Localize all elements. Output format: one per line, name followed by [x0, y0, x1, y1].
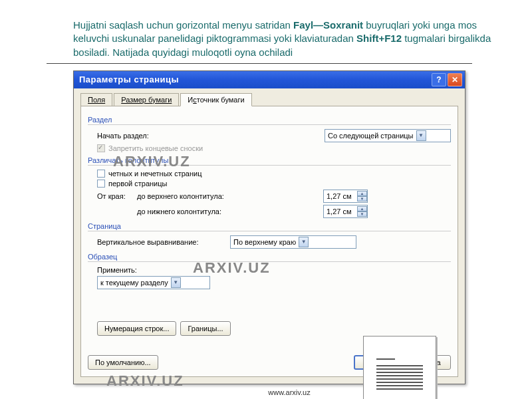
- close-button[interactable]: ✕: [448, 73, 462, 86]
- vertical-align-label: Вертикальное выравнивание:: [97, 238, 230, 246]
- intro-text: Hujjatni saqlash uchun gorizontal menyu …: [73, 19, 505, 59]
- first-page-checkbox[interactable]: [97, 180, 105, 188]
- divider: [47, 63, 472, 64]
- header-distance-spinner[interactable]: 1,27 см ▲▼: [323, 190, 368, 203]
- from-edge-label: От края:: [97, 192, 137, 200]
- group-section: Раздел: [88, 116, 451, 125]
- odd-even-checkbox[interactable]: [97, 170, 105, 178]
- apply-to-value: к текущему разделу: [100, 279, 168, 287]
- suppress-endnotes-label: Запретить концевые сноски: [108, 144, 203, 152]
- start-section-value: Со следующей страницы: [328, 132, 414, 140]
- page-setup-dialog: Параметры страницы ? ✕ Поля Размер бумаг…: [73, 70, 466, 384]
- borders-button[interactable]: Границы...: [180, 321, 230, 336]
- footer-distance-spinner[interactable]: 1,27 см ▲▼: [323, 205, 368, 218]
- first-page-label: первой страницы: [108, 180, 167, 188]
- spin-down-icon[interactable]: ▼: [357, 196, 367, 201]
- dialog-title: Параметры страницы: [79, 74, 430, 84]
- start-section-select[interactable]: Со следующей страницы ▼: [325, 129, 451, 142]
- default-button[interactable]: По умолчанию...: [88, 355, 158, 370]
- chevron-down-icon: ▼: [299, 237, 309, 247]
- help-button[interactable]: ?: [432, 73, 446, 86]
- page-preview: [363, 336, 436, 399]
- group-page: Страница: [88, 222, 451, 231]
- vertical-align-value: По верхнему краю: [233, 238, 296, 246]
- start-section-label: Начать раздел:: [97, 132, 149, 140]
- group-preview: Образец: [88, 253, 451, 262]
- tab-panel: Раздел Начать раздел: Со следующей стран…: [80, 106, 458, 377]
- apply-to-label: Применить:: [97, 266, 137, 274]
- footer-distance-label: до нижнего колонтитула:: [137, 207, 323, 215]
- tab-paper-source[interactable]: Источник бумаги: [180, 93, 251, 106]
- spin-up-icon[interactable]: ▲: [357, 206, 367, 211]
- apply-to-select[interactable]: к текущему разделу ▼: [97, 276, 210, 289]
- footer-distance-value: 1,27 см: [324, 207, 357, 215]
- suppress-endnotes-checkbox: [97, 144, 105, 152]
- chevron-down-icon: ▼: [171, 277, 181, 288]
- titlebar[interactable]: Параметры страницы ? ✕: [74, 71, 465, 88]
- spin-up-icon[interactable]: ▲: [357, 191, 367, 196]
- line-numbers-button[interactable]: Нумерация строк...: [97, 321, 176, 336]
- tab-paper-size[interactable]: Размер бумаги: [114, 93, 179, 106]
- odd-even-label: четных и нечетных страниц: [108, 170, 201, 178]
- tab-margins[interactable]: Поля: [80, 93, 112, 106]
- header-distance-label: до верхнего колонтитула:: [137, 192, 323, 200]
- vertical-align-select[interactable]: По верхнему краю ▼: [230, 235, 356, 249]
- preview-icon: [376, 356, 423, 392]
- spin-down-icon[interactable]: ▼: [357, 211, 367, 217]
- group-headers: Различать колонтитулы: [88, 156, 451, 166]
- chevron-down-icon: ▼: [416, 130, 426, 141]
- footer-link: www.arxiv.uz: [73, 388, 505, 396]
- header-distance-value: 1,27 см: [324, 192, 357, 200]
